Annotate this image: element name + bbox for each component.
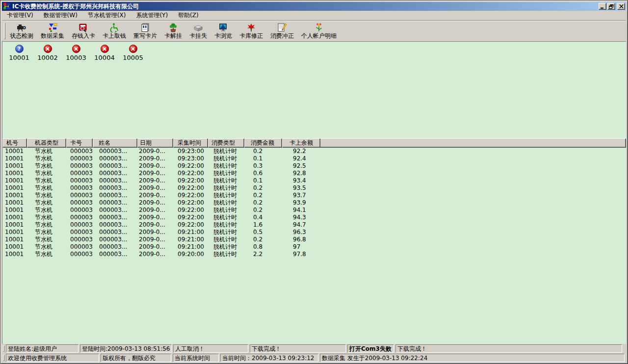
cell-collect-time: 09:22:00 bbox=[173, 221, 208, 229]
table-row[interactable]: 10001 节水机 000003 000003... 2009-0... 09:… bbox=[2, 236, 626, 243]
table-row[interactable]: 10001 节水机 000003 000003... 2009-0... 09:… bbox=[2, 251, 626, 258]
cell-card-balance: 96.3 bbox=[282, 229, 320, 236]
card-browse-button[interactable]: 卡浏览 bbox=[211, 21, 236, 41]
col-card-balance[interactable]: 卡上余额 bbox=[282, 138, 320, 148]
cell-consume-amount: 0.2 bbox=[244, 148, 282, 155]
cell-consume-amount: 1.6 bbox=[244, 221, 282, 229]
cell-collect-time: 09:22:00 bbox=[173, 214, 208, 221]
cell-collect-time: 09:22:00 bbox=[173, 207, 208, 214]
table-row[interactable]: 10001 节水机 000003 000003... 2009-0... 09:… bbox=[2, 170, 626, 177]
device-item-10001[interactable]: ? 10001 bbox=[5, 45, 33, 61]
col-machine-type[interactable]: 机器类型 bbox=[27, 138, 66, 148]
table-row[interactable]: 10001 节水机 000003 000003... 2009-0... 09:… bbox=[2, 148, 626, 155]
cell-name: 000003... bbox=[93, 148, 137, 155]
cell-name: 000003... bbox=[93, 184, 137, 192]
minimize-button[interactable] bbox=[599, 3, 606, 10]
status-download-done-2: 下载完成！ bbox=[395, 344, 622, 353]
device-item-10002[interactable]: 10002 bbox=[33, 45, 62, 61]
cell-card-balance: 94.7 bbox=[282, 221, 320, 229]
col-date[interactable]: 日期 bbox=[137, 138, 173, 148]
cell-machine-type: 节水机 bbox=[27, 170, 66, 177]
table-row[interactable]: 10001 节水机 000003 000003... 2009-0... 09:… bbox=[2, 199, 626, 207]
table-row[interactable]: 10001 节水机 000003 000003... 2009-0... 09:… bbox=[2, 214, 626, 221]
menu-help[interactable]: 帮助(Z) bbox=[175, 10, 202, 21]
toolbar-button-label: 卡解挂 bbox=[164, 32, 182, 39]
cell-date: 2009-0... bbox=[137, 236, 173, 243]
toolbar-button-label: 卡库修正 bbox=[239, 32, 263, 39]
cell-machine-id: 10001 bbox=[2, 229, 27, 236]
card-db-fix-button[interactable]: 卡库修正 bbox=[236, 21, 266, 41]
cell-consume-type: 脱机计时 bbox=[208, 243, 244, 251]
col-card-no[interactable]: 卡号 bbox=[66, 138, 93, 148]
withdraw-from-card-button[interactable]: 卡上取钱 bbox=[99, 21, 130, 41]
cell-machine-type: 节水机 bbox=[27, 177, 66, 184]
restore-button[interactable] bbox=[607, 3, 615, 10]
table-row[interactable]: 10001 节水机 000003 000003... 2009-0... 09:… bbox=[2, 162, 626, 170]
table-row[interactable]: 10001 节水机 000003 000003... 2009-0... 09:… bbox=[2, 221, 626, 229]
data-collect-button[interactable]: 数据采集 bbox=[37, 21, 68, 41]
cell-consume-amount: 2.2 bbox=[244, 251, 282, 258]
cell-consume-amount: 0.2 bbox=[244, 192, 282, 199]
cell-consume-type: 脱机计时 bbox=[208, 177, 244, 184]
cell-machine-id: 10001 bbox=[2, 199, 27, 207]
personal-account-detail-button[interactable]: 个人帐户明细 bbox=[298, 21, 340, 41]
cell-consume-amount: 0.5 bbox=[244, 229, 282, 236]
cell-consume-amount: 0.2 bbox=[244, 199, 282, 207]
status-bar-top: 登陆姓名:超级用户 登陆时间:2009-03-13 08:51:56 人工取消！… bbox=[2, 344, 626, 353]
col-collect-time[interactable]: 采集时间 bbox=[173, 138, 208, 148]
cell-card-no: 000003 bbox=[66, 214, 93, 221]
cell-name: 000003... bbox=[93, 170, 137, 177]
table-row[interactable]: 10001 节水机 000003 000003... 2009-0... 09:… bbox=[2, 207, 626, 214]
device-item-10005[interactable]: 10005 bbox=[119, 45, 147, 61]
table-row[interactable]: 10001 节水机 000003 000003... 2009-0... 09:… bbox=[2, 177, 626, 184]
menu-card-management[interactable]: 卡管理(V) bbox=[4, 10, 36, 21]
col-consume-type[interactable]: 消费类型 bbox=[208, 138, 244, 148]
table-row[interactable]: 10001 节水机 000003 000003... 2009-0... 09:… bbox=[2, 229, 626, 236]
monitor-icon bbox=[218, 23, 229, 32]
table-row[interactable]: 10001 节水机 000003 000003... 2009-0... 09:… bbox=[2, 184, 626, 192]
consumption-reversal-button[interactable]: 消费冲正 bbox=[267, 21, 297, 41]
status-manual-cancel: 人工取消！ bbox=[173, 344, 248, 353]
cell-collect-time: 09:21:00 bbox=[173, 229, 208, 236]
deposit-to-card-button[interactable]: 存钱入卡 bbox=[68, 21, 99, 41]
cell-machine-type: 节水机 bbox=[27, 207, 66, 214]
cell-date: 2009-0... bbox=[137, 162, 173, 170]
header-filler bbox=[320, 138, 626, 148]
cell-collect-time: 09:21:00 bbox=[173, 243, 208, 251]
device-item-10003[interactable]: 10003 bbox=[62, 45, 90, 61]
cell-date: 2009-0... bbox=[137, 170, 173, 177]
cell-card-balance: 94.3 bbox=[282, 214, 320, 221]
status-systime-label: 当前系统时间 bbox=[173, 354, 219, 362]
table-row[interactable]: 10001 节水机 000003 000003... 2009-0... 09:… bbox=[2, 155, 626, 162]
device-item-10004[interactable]: 10004 bbox=[90, 45, 119, 61]
table-row[interactable]: 10001 节水机 000003 000003... 2009-0... 09:… bbox=[2, 243, 626, 251]
card-report-loss-button[interactable]: 卡挂失 bbox=[186, 21, 210, 41]
close-button[interactable] bbox=[617, 3, 625, 10]
menu-water-saver-management[interactable]: 节水机管理(X) bbox=[85, 10, 129, 21]
cell-name: 000003... bbox=[93, 214, 137, 221]
menu-system-management[interactable]: 系统管理(Y) bbox=[133, 10, 171, 21]
cell-collect-time: 09:22:00 bbox=[173, 199, 208, 207]
rewrite-card-button[interactable]: 重写卡片 bbox=[130, 21, 160, 41]
status-check-button[interactable]: 状态检测 bbox=[6, 21, 37, 41]
cell-card-balance: 94.1 bbox=[282, 207, 320, 214]
col-name[interactable]: 姓名 bbox=[93, 138, 137, 148]
table-row[interactable]: 10001 节水机 000003 000003... 2009-0... 09:… bbox=[2, 192, 626, 199]
cell-consume-amount: 0.1 bbox=[244, 155, 282, 162]
toolbar-gripper[interactable] bbox=[4, 23, 5, 39]
menu-data-management[interactable]: 数据管理(W) bbox=[41, 10, 80, 21]
deposit-icon bbox=[78, 23, 89, 32]
cell-name: 000003... bbox=[93, 192, 137, 199]
cell-card-no: 000003 bbox=[66, 236, 93, 243]
flower-icon bbox=[314, 23, 324, 32]
col-consume-amount[interactable]: 消费金额 bbox=[244, 138, 282, 148]
cell-name: 000003... bbox=[93, 251, 137, 258]
col-machine-id[interactable]: 机号 bbox=[2, 138, 27, 148]
card-unfreeze-button[interactable]: 卡解挂 bbox=[161, 21, 185, 41]
device-panel: ? 10001 10002 10003 10004 10005 bbox=[2, 41, 626, 138]
cell-consume-type: 脱机计时 bbox=[208, 236, 244, 243]
cell-date: 2009-0... bbox=[137, 214, 173, 221]
cell-consume-amount: 0.2 bbox=[244, 236, 282, 243]
cell-name: 000003... bbox=[93, 177, 137, 184]
device-id-label: 10004 bbox=[94, 54, 114, 61]
